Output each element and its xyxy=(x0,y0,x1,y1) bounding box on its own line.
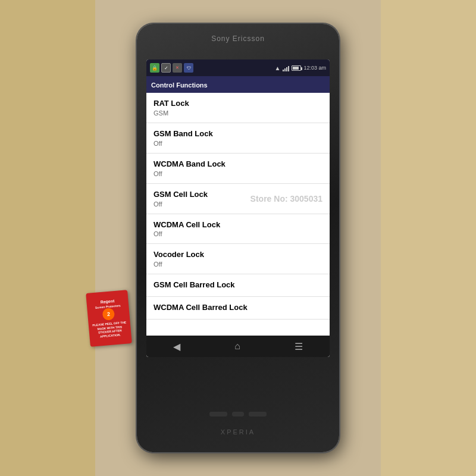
home-button[interactable]: ⌂ xyxy=(223,339,252,354)
menu-item-gsm-cell-lock[interactable]: GSM Cell Lock Off Store No: 3005031 xyxy=(146,184,330,214)
check-icon: ✓ xyxy=(161,63,171,73)
signal-bar-4 xyxy=(288,66,289,71)
brand-label: Sony Ericsson xyxy=(211,35,265,43)
sticker-instruction: PLEASE PEEL OFF THE MASK WITH THIS STICK… xyxy=(91,321,129,339)
screen-protector-sticker: Regent Screen Protectors 2 PLEASE PEEL O… xyxy=(86,290,132,347)
hard-btn-left[interactable] xyxy=(209,412,227,416)
menu-list: RAT Lock GSM GSM Band Lock Off WCDMA Ban… xyxy=(146,93,330,357)
sticker-brand-name: Regent xyxy=(100,299,114,304)
title-bar-text: Control Functions xyxy=(151,82,208,89)
vocoder-lock-subtitle: Off xyxy=(154,261,322,268)
gsm-band-lock-subtitle: Off xyxy=(154,140,322,147)
sim-icon: ✕ xyxy=(173,63,182,73)
menu-item-gsm-cell-barred-lock[interactable]: GSM Cell Barred Lock xyxy=(146,274,330,297)
screen-content: 🔒 ✓ ✕ 🛡 ▲ xyxy=(146,60,330,357)
bottom-nav: ◀ ⌂ ☰ xyxy=(146,336,330,357)
battery-fill xyxy=(293,67,299,70)
menu-item-wcdma-cell-barred-lock[interactable]: WCDMA Cell Barred Lock xyxy=(146,297,330,320)
sticker-number: 2 xyxy=(102,308,115,321)
phone: Sony Ericsson 🔒 ✓ ✕ 🛡 ▲ xyxy=(137,24,339,452)
wcdma-cell-lock-subtitle: Off xyxy=(154,230,322,237)
store-watermark: Store No: 3005031 xyxy=(250,194,322,203)
signal-bar-3 xyxy=(286,67,287,71)
gsm-band-lock-title: GSM Band Lock xyxy=(154,129,322,139)
wcdma-cell-barred-lock-title: WCDMA Cell Barred Lock xyxy=(154,303,322,313)
signal-bar-1 xyxy=(283,70,284,71)
battery-tip xyxy=(301,67,302,70)
menu-item-wcdma-cell-lock[interactable]: WCDMA Cell Lock Off xyxy=(146,214,330,245)
wcdma-band-lock-title: WCDMA Band Lock xyxy=(154,159,322,170)
background-right xyxy=(381,0,476,476)
time-display: 12:03 am xyxy=(303,65,326,71)
wcdma-band-lock-subtitle: Off xyxy=(154,170,322,177)
rat-lock-subtitle: GSM xyxy=(154,109,322,117)
menu-button[interactable]: ☰ xyxy=(283,339,315,355)
hard-buttons xyxy=(209,412,267,416)
title-bar: Control Functions xyxy=(146,76,330,93)
menu-item-wcdma-band-lock[interactable]: WCDMA Band Lock Off xyxy=(146,154,330,184)
status-icons-group: 🔒 ✓ ✕ 🛡 xyxy=(150,63,273,73)
hard-btn-center[interactable] xyxy=(232,412,244,416)
scene: Sony Ericsson 🔒 ✓ ✕ 🛡 ▲ xyxy=(0,0,476,476)
rat-lock-title: RAT Lock xyxy=(154,99,322,109)
status-bar: 🔒 ✓ ✕ 🛡 ▲ xyxy=(146,60,330,76)
gsm-cell-barred-lock-title: GSM Cell Barred Lock xyxy=(154,280,322,290)
signal-bar-2 xyxy=(284,68,286,71)
back-button[interactable]: ◀ xyxy=(161,339,192,355)
wifi-icon: ▲ xyxy=(275,65,281,71)
signal-bars xyxy=(283,64,289,71)
shield-icon: 🛡 xyxy=(184,63,193,73)
lock-icon: 🔒 xyxy=(150,63,159,73)
wcdma-cell-lock-title: WCDMA Cell Lock xyxy=(154,220,322,230)
menu-item-rat-lock[interactable]: RAT Lock GSM xyxy=(146,93,330,123)
background-left xyxy=(0,0,95,476)
battery-icon xyxy=(292,65,301,71)
screen: 🔒 ✓ ✕ 🛡 ▲ xyxy=(146,60,330,357)
phone-bottom: XPERIA xyxy=(137,357,339,452)
vocoder-lock-title: Vocoder Lock xyxy=(154,250,322,260)
status-right: ▲ 12:03 am xyxy=(275,64,326,71)
xperia-label: XPERIA xyxy=(221,428,255,436)
menu-item-vocoder-lock[interactable]: Vocoder Lock Off xyxy=(146,244,330,274)
hard-btn-right[interactable] xyxy=(249,412,267,416)
menu-item-gsm-band-lock[interactable]: GSM Band Lock Off xyxy=(146,123,330,154)
